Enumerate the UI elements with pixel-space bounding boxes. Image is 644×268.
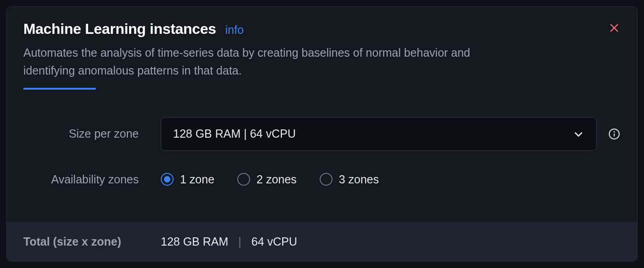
close-button[interactable] [608, 21, 621, 34]
total-label: Total (size x zone) [23, 235, 161, 248]
zone-option-3[interactable]: 3 zones [320, 173, 379, 186]
zone-option-3-label: 3 zones [339, 173, 379, 186]
panel-title: Machine Learning instances [23, 21, 216, 38]
zone-option-1[interactable]: 1 zone [161, 173, 214, 186]
size-per-zone-row: Size per zone 128 GB RAM | 64 vCPU [23, 117, 621, 151]
radio-icon [161, 173, 174, 186]
divider: | [238, 235, 241, 248]
info-icon [608, 128, 620, 140]
panel-description: Automates the analysis of time-series da… [23, 44, 481, 80]
info-link[interactable]: info [225, 23, 244, 37]
close-icon [609, 23, 619, 33]
radio-icon [237, 173, 250, 186]
size-per-zone-select[interactable]: 128 GB RAM | 64 vCPU [161, 117, 597, 151]
title-row: Machine Learning instances info [23, 21, 621, 38]
size-per-zone-value: 128 GB RAM | 64 vCPU [173, 127, 296, 140]
panel-footer: Total (size x zone) 128 GB RAM | 64 vCPU [7, 222, 637, 261]
availability-zones-label: Availability zones [23, 173, 161, 186]
size-per-zone-label: Size per zone [23, 127, 161, 140]
svg-point-4 [614, 131, 614, 132]
total-values: 128 GB RAM | 64 vCPU [161, 235, 297, 248]
size-info-button[interactable] [608, 128, 621, 140]
total-ram: 128 GB RAM [161, 235, 228, 248]
zone-option-1-label: 1 zone [180, 173, 214, 186]
ml-instances-panel: Machine Learning instances info Automate… [6, 6, 638, 262]
zone-option-2[interactable]: 2 zones [237, 173, 297, 186]
select-wrapper: 128 GB RAM | 64 vCPU [161, 117, 621, 151]
radio-icon [320, 173, 333, 186]
availability-zones-row: Availability zones 1 zone 2 zones 3 zone… [23, 173, 621, 186]
zone-option-2-label: 2 zones [257, 173, 297, 186]
radio-dot [164, 176, 170, 182]
panel-header: Machine Learning instances info Automate… [7, 7, 637, 98]
chevron-down-icon [573, 128, 584, 140]
zones-radio-group: 1 zone 2 zones 3 zones [161, 173, 379, 186]
panel-body: Size per zone 128 GB RAM | 64 vCPU [7, 98, 637, 222]
active-tab-indicator [23, 88, 96, 90]
total-cpu: 64 vCPU [251, 235, 297, 248]
